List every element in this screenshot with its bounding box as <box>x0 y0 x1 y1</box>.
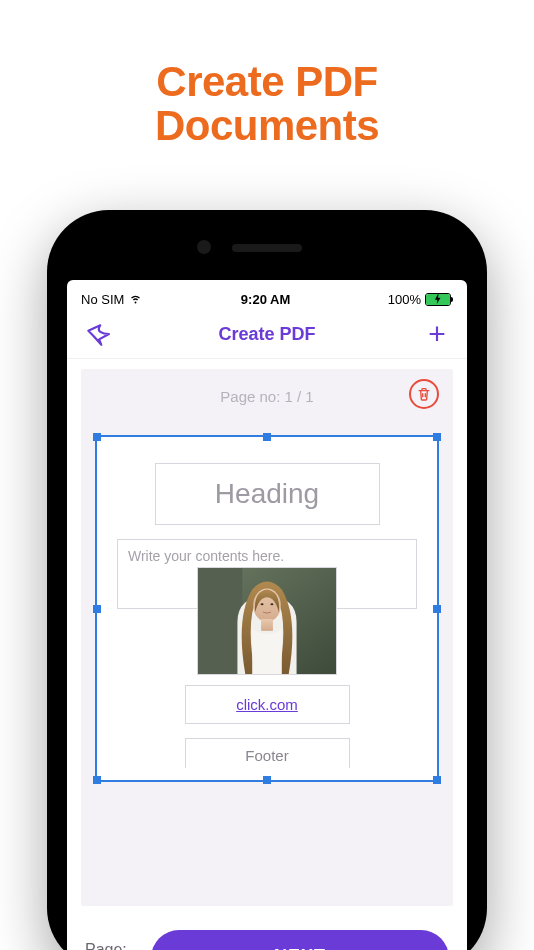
phone-speaker <box>232 244 302 252</box>
resize-handle[interactable] <box>433 605 441 613</box>
bottom-bar: Page: NEXT <box>67 906 467 950</box>
trash-icon <box>416 386 432 402</box>
resize-handle[interactable] <box>263 776 271 784</box>
phone-body: No SIM 9:20 AM 100% <box>47 210 487 950</box>
delete-page-button[interactable] <box>409 379 439 409</box>
promo-heading: Create PDF Documents <box>0 60 534 148</box>
link-input[interactable]: click.com <box>185 685 350 724</box>
svg-point-4 <box>261 603 264 605</box>
back-icon[interactable] <box>83 320 111 348</box>
next-button[interactable]: NEXT <box>151 930 449 950</box>
canvas-header: Page no: 1 / 1 <box>95 379 439 413</box>
phone-camera <box>197 240 211 254</box>
resize-handle[interactable] <box>93 605 101 613</box>
status-right: 100% <box>388 292 453 307</box>
phone-screen: No SIM 9:20 AM 100% <box>67 280 467 950</box>
resize-handle[interactable] <box>263 433 271 441</box>
status-left: No SIM <box>81 290 143 308</box>
inserted-image[interactable] <box>197 567 337 675</box>
svg-rect-3 <box>261 619 273 631</box>
canvas-area: Page no: 1 / 1 Head <box>81 369 453 906</box>
clock-label: 9:20 AM <box>241 292 290 307</box>
footer-input[interactable]: Footer <box>185 738 350 768</box>
page-label: Page: <box>85 941 127 950</box>
nav-title: Create PDF <box>218 324 315 345</box>
resize-handle[interactable] <box>93 433 101 441</box>
plus-icon: + <box>428 319 446 349</box>
resize-handle[interactable] <box>93 776 101 784</box>
svg-point-5 <box>270 603 273 605</box>
promo-line-2: Documents <box>155 102 379 149</box>
page-number-label: Page no: 1 / 1 <box>220 388 313 405</box>
promo-line-1: Create PDF <box>156 58 377 105</box>
photo-placeholder-icon <box>198 568 336 674</box>
carrier-label: No SIM <box>81 292 124 307</box>
svg-rect-1 <box>198 568 242 674</box>
resize-handle[interactable] <box>433 776 441 784</box>
page-frame[interactable]: Heading Write your contents here. <box>95 435 439 782</box>
nav-bar: Create PDF + <box>67 312 467 359</box>
battery-icon <box>425 293 453 306</box>
add-button[interactable]: + <box>423 320 451 348</box>
link-text: click.com <box>236 696 298 713</box>
heading-input[interactable]: Heading <box>155 463 380 525</box>
resize-handle[interactable] <box>433 433 441 441</box>
status-bar: No SIM 9:20 AM 100% <box>67 280 467 312</box>
battery-pct-label: 100% <box>388 292 421 307</box>
content-placeholder: Write your contents here. <box>128 548 284 564</box>
phone-mockup: No SIM 9:20 AM 100% <box>47 210 487 950</box>
wifi-icon <box>128 290 143 308</box>
